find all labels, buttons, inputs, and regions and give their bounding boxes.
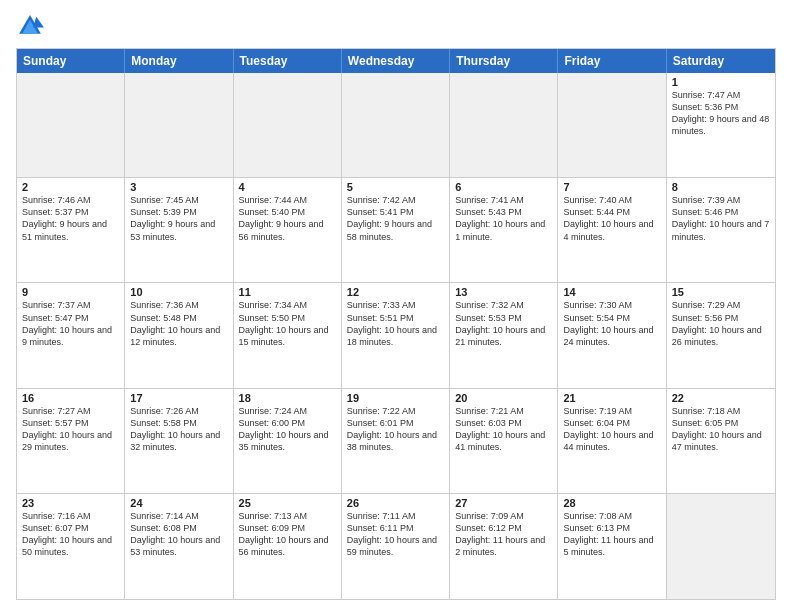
day-number: 18 — [239, 392, 336, 404]
cell-text: Sunrise: 7:11 AM Sunset: 6:11 PM Dayligh… — [347, 510, 444, 559]
calendar-header-cell: Saturday — [667, 49, 775, 73]
calendar-cell: 23Sunrise: 7:16 AM Sunset: 6:07 PM Dayli… — [17, 494, 125, 599]
cell-text: Sunrise: 7:24 AM Sunset: 6:00 PM Dayligh… — [239, 405, 336, 454]
calendar-cell: 8Sunrise: 7:39 AM Sunset: 5:46 PM Daylig… — [667, 178, 775, 282]
calendar-cell: 28Sunrise: 7:08 AM Sunset: 6:13 PM Dayli… — [558, 494, 666, 599]
day-number: 1 — [672, 76, 770, 88]
header — [16, 12, 776, 40]
calendar-cell: 1Sunrise: 7:47 AM Sunset: 5:36 PM Daylig… — [667, 73, 775, 177]
cell-text: Sunrise: 7:13 AM Sunset: 6:09 PM Dayligh… — [239, 510, 336, 559]
calendar-cell: 27Sunrise: 7:09 AM Sunset: 6:12 PM Dayli… — [450, 494, 558, 599]
calendar-cell: 5Sunrise: 7:42 AM Sunset: 5:41 PM Daylig… — [342, 178, 450, 282]
calendar-row: 1Sunrise: 7:47 AM Sunset: 5:36 PM Daylig… — [17, 73, 775, 178]
calendar-cell: 16Sunrise: 7:27 AM Sunset: 5:57 PM Dayli… — [17, 389, 125, 493]
calendar-cell: 26Sunrise: 7:11 AM Sunset: 6:11 PM Dayli… — [342, 494, 450, 599]
day-number: 15 — [672, 286, 770, 298]
calendar-cell — [234, 73, 342, 177]
calendar-cell: 19Sunrise: 7:22 AM Sunset: 6:01 PM Dayli… — [342, 389, 450, 493]
calendar-cell: 12Sunrise: 7:33 AM Sunset: 5:51 PM Dayli… — [342, 283, 450, 387]
day-number: 8 — [672, 181, 770, 193]
cell-text: Sunrise: 7:34 AM Sunset: 5:50 PM Dayligh… — [239, 299, 336, 348]
calendar-body: 1Sunrise: 7:47 AM Sunset: 5:36 PM Daylig… — [17, 73, 775, 599]
calendar-cell — [667, 494, 775, 599]
calendar-cell: 10Sunrise: 7:36 AM Sunset: 5:48 PM Dayli… — [125, 283, 233, 387]
cell-text: Sunrise: 7:37 AM Sunset: 5:47 PM Dayligh… — [22, 299, 119, 348]
calendar-cell: 6Sunrise: 7:41 AM Sunset: 5:43 PM Daylig… — [450, 178, 558, 282]
cell-text: Sunrise: 7:47 AM Sunset: 5:36 PM Dayligh… — [672, 89, 770, 138]
cell-text: Sunrise: 7:16 AM Sunset: 6:07 PM Dayligh… — [22, 510, 119, 559]
calendar-cell: 13Sunrise: 7:32 AM Sunset: 5:53 PM Dayli… — [450, 283, 558, 387]
calendar-cell: 7Sunrise: 7:40 AM Sunset: 5:44 PM Daylig… — [558, 178, 666, 282]
calendar-cell: 2Sunrise: 7:46 AM Sunset: 5:37 PM Daylig… — [17, 178, 125, 282]
svg-marker-2 — [33, 17, 44, 28]
cell-text: Sunrise: 7:45 AM Sunset: 5:39 PM Dayligh… — [130, 194, 227, 243]
day-number: 12 — [347, 286, 444, 298]
calendar-cell: 14Sunrise: 7:30 AM Sunset: 5:54 PM Dayli… — [558, 283, 666, 387]
cell-text: Sunrise: 7:08 AM Sunset: 6:13 PM Dayligh… — [563, 510, 660, 559]
cell-text: Sunrise: 7:29 AM Sunset: 5:56 PM Dayligh… — [672, 299, 770, 348]
day-number: 9 — [22, 286, 119, 298]
day-number: 26 — [347, 497, 444, 509]
calendar-row: 2Sunrise: 7:46 AM Sunset: 5:37 PM Daylig… — [17, 178, 775, 283]
calendar-cell: 15Sunrise: 7:29 AM Sunset: 5:56 PM Dayli… — [667, 283, 775, 387]
calendar-header-cell: Monday — [125, 49, 233, 73]
cell-text: Sunrise: 7:44 AM Sunset: 5:40 PM Dayligh… — [239, 194, 336, 243]
day-number: 14 — [563, 286, 660, 298]
day-number: 24 — [130, 497, 227, 509]
calendar-header-cell: Thursday — [450, 49, 558, 73]
day-number: 23 — [22, 497, 119, 509]
day-number: 13 — [455, 286, 552, 298]
calendar-header-cell: Tuesday — [234, 49, 342, 73]
cell-text: Sunrise: 7:27 AM Sunset: 5:57 PM Dayligh… — [22, 405, 119, 454]
day-number: 28 — [563, 497, 660, 509]
cell-text: Sunrise: 7:30 AM Sunset: 5:54 PM Dayligh… — [563, 299, 660, 348]
calendar-cell: 3Sunrise: 7:45 AM Sunset: 5:39 PM Daylig… — [125, 178, 233, 282]
calendar-header: SundayMondayTuesdayWednesdayThursdayFrid… — [17, 49, 775, 73]
cell-text: Sunrise: 7:19 AM Sunset: 6:04 PM Dayligh… — [563, 405, 660, 454]
calendar-cell — [558, 73, 666, 177]
calendar-cell: 11Sunrise: 7:34 AM Sunset: 5:50 PM Dayli… — [234, 283, 342, 387]
calendar-cell: 9Sunrise: 7:37 AM Sunset: 5:47 PM Daylig… — [17, 283, 125, 387]
day-number: 3 — [130, 181, 227, 193]
cell-text: Sunrise: 7:18 AM Sunset: 6:05 PM Dayligh… — [672, 405, 770, 454]
cell-text: Sunrise: 7:46 AM Sunset: 5:37 PM Dayligh… — [22, 194, 119, 243]
calendar-cell: 18Sunrise: 7:24 AM Sunset: 6:00 PM Dayli… — [234, 389, 342, 493]
calendar-cell — [125, 73, 233, 177]
calendar-header-cell: Friday — [558, 49, 666, 73]
day-number: 21 — [563, 392, 660, 404]
day-number: 5 — [347, 181, 444, 193]
cell-text: Sunrise: 7:32 AM Sunset: 5:53 PM Dayligh… — [455, 299, 552, 348]
cell-text: Sunrise: 7:33 AM Sunset: 5:51 PM Dayligh… — [347, 299, 444, 348]
cell-text: Sunrise: 7:21 AM Sunset: 6:03 PM Dayligh… — [455, 405, 552, 454]
cell-text: Sunrise: 7:42 AM Sunset: 5:41 PM Dayligh… — [347, 194, 444, 243]
day-number: 4 — [239, 181, 336, 193]
calendar-row: 9Sunrise: 7:37 AM Sunset: 5:47 PM Daylig… — [17, 283, 775, 388]
calendar-cell: 20Sunrise: 7:21 AM Sunset: 6:03 PM Dayli… — [450, 389, 558, 493]
cell-text: Sunrise: 7:41 AM Sunset: 5:43 PM Dayligh… — [455, 194, 552, 243]
cell-text: Sunrise: 7:39 AM Sunset: 5:46 PM Dayligh… — [672, 194, 770, 243]
day-number: 22 — [672, 392, 770, 404]
day-number: 17 — [130, 392, 227, 404]
day-number: 2 — [22, 181, 119, 193]
day-number: 27 — [455, 497, 552, 509]
calendar-row: 23Sunrise: 7:16 AM Sunset: 6:07 PM Dayli… — [17, 494, 775, 599]
cell-text: Sunrise: 7:14 AM Sunset: 6:08 PM Dayligh… — [130, 510, 227, 559]
calendar-cell: 25Sunrise: 7:13 AM Sunset: 6:09 PM Dayli… — [234, 494, 342, 599]
calendar-cell: 24Sunrise: 7:14 AM Sunset: 6:08 PM Dayli… — [125, 494, 233, 599]
day-number: 10 — [130, 286, 227, 298]
logo-icon — [16, 12, 44, 40]
day-number: 16 — [22, 392, 119, 404]
calendar-cell: 21Sunrise: 7:19 AM Sunset: 6:04 PM Dayli… — [558, 389, 666, 493]
cell-text: Sunrise: 7:36 AM Sunset: 5:48 PM Dayligh… — [130, 299, 227, 348]
calendar-cell — [17, 73, 125, 177]
calendar-cell: 22Sunrise: 7:18 AM Sunset: 6:05 PM Dayli… — [667, 389, 775, 493]
calendar: SundayMondayTuesdayWednesdayThursdayFrid… — [16, 48, 776, 600]
logo — [16, 12, 48, 40]
calendar-cell — [450, 73, 558, 177]
day-number: 20 — [455, 392, 552, 404]
day-number: 6 — [455, 181, 552, 193]
cell-text: Sunrise: 7:09 AM Sunset: 6:12 PM Dayligh… — [455, 510, 552, 559]
calendar-cell: 17Sunrise: 7:26 AM Sunset: 5:58 PM Dayli… — [125, 389, 233, 493]
page: SundayMondayTuesdayWednesdayThursdayFrid… — [0, 0, 792, 612]
day-number: 11 — [239, 286, 336, 298]
